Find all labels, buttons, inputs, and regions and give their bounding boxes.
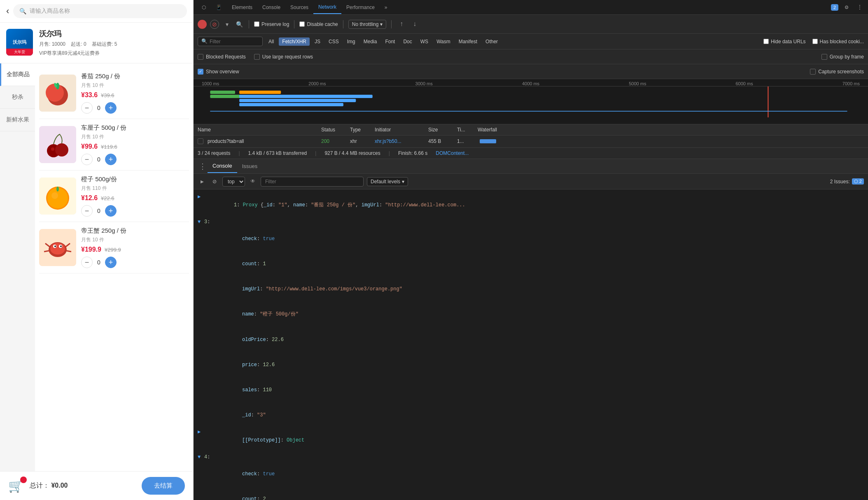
search-button[interactable]: 🔍	[235, 20, 244, 29]
preserve-log-checkbox[interactable]	[254, 21, 259, 27]
product-controls-orange: − 0 +	[81, 205, 189, 217]
filter-tag-all[interactable]: All	[265, 37, 277, 46]
product-image-crab	[39, 229, 76, 266]
levels-select[interactable]: Default levels ▾	[367, 177, 408, 186]
tab-performance[interactable]: Performance	[341, 1, 380, 14]
qty-decrease-crab[interactable]: −	[81, 257, 93, 268]
capture-screenshots-label[interactable]: Capture screenshots	[810, 69, 864, 75]
more-options-icon[interactable]: ⋮	[855, 2, 865, 12]
collapse-arrow-4[interactable]: ▼	[198, 453, 203, 461]
qty-increase-cherry[interactable]: +	[105, 154, 117, 165]
expand-arrow-1[interactable]: ▶	[198, 193, 203, 218]
filter-tag-fetch[interactable]: Fetch/XHR	[279, 37, 310, 46]
timeline-svg	[194, 86, 868, 117]
capture-screenshots-checkbox[interactable]	[810, 69, 816, 75]
has-blocked-cookies-label[interactable]: Has blocked cooki...	[812, 39, 864, 44]
filter-tag-font[interactable]: Font	[382, 37, 398, 46]
record-button[interactable]	[198, 20, 207, 29]
blocked-requests-checkbox[interactable]	[198, 54, 203, 60]
filter-icon: 🔍	[201, 38, 208, 44]
td-name: products?tab=all	[198, 138, 321, 144]
back-button[interactable]: ‹	[6, 6, 9, 16]
console-line-4-header: ▼ 4:	[198, 453, 864, 461]
filter-tag-ws[interactable]: WS	[417, 37, 432, 46]
blocked-requests-label[interactable]: Blocked Requests	[198, 54, 246, 60]
tab-console-label: Console	[262, 5, 280, 10]
filter-tag-manifest[interactable]: Manifest	[455, 37, 481, 46]
disable-cache-checkbox[interactable]	[299, 21, 305, 27]
tab-device[interactable]: 📱	[211, 1, 227, 14]
checkout-button[interactable]: 去结算	[142, 477, 185, 495]
clear-icon[interactable]: ⊘	[210, 177, 219, 186]
expand-proto[interactable]: ▶	[198, 428, 203, 453]
category-flash[interactable]: 秒杀	[0, 86, 35, 109]
svg-point-7	[55, 143, 68, 157]
tab-network[interactable]: Network	[313, 1, 341, 14]
table-row[interactable]: products?tab=all 200 xhr xhr.js?b50... 4…	[194, 136, 868, 147]
hide-data-urls-label[interactable]: Hide data URLs	[763, 39, 806, 44]
disable-cache-label[interactable]: Disable cache	[299, 21, 338, 27]
th-status: Status	[321, 127, 350, 133]
console-filter-input[interactable]	[261, 177, 364, 187]
console-tab-console[interactable]: Console	[208, 159, 237, 173]
filter-tag-js[interactable]: JS	[311, 37, 324, 46]
settings-icon[interactable]: ⚙	[842, 2, 852, 12]
product-name-crab: 帝王蟹 250g / 份	[81, 227, 189, 235]
tab-console[interactable]: Console	[257, 1, 285, 14]
tab-sources[interactable]: Sources	[285, 1, 313, 14]
qty-decrease-tomato[interactable]: −	[81, 102, 93, 114]
price-current-tomato: ¥33.6	[81, 91, 98, 99]
svg-rect-26	[210, 95, 243, 98]
tab-more[interactable]: »	[380, 1, 392, 14]
tab-elements[interactable]: Elements	[227, 1, 257, 14]
product-info-tomato: 番茄 250g / 份 月售 10 件 ¥33.6 ¥39.6 − 0 +	[81, 72, 189, 114]
context-select[interactable]: top	[222, 177, 245, 187]
tab-pointer[interactable]: ⬡	[197, 1, 211, 14]
issues-badge[interactable]: 2	[831, 4, 838, 11]
use-large-rows-checkbox[interactable]	[254, 54, 260, 60]
throttle-select[interactable]: No throttling ▾	[348, 20, 387, 29]
preserve-log-label[interactable]: Preserve log	[254, 21, 289, 27]
disable-cache-text: Disable cache	[307, 21, 338, 27]
show-overview-checkbox[interactable]: ✓	[198, 69, 203, 75]
has-blocked-cookies-checkbox[interactable]	[812, 39, 818, 44]
tab-sources-label: Sources	[290, 5, 308, 10]
qty-decrease-orange[interactable]: −	[81, 205, 93, 217]
group-by-frame-label[interactable]: Group by frame	[821, 54, 864, 60]
min-order: 起送: 0	[71, 41, 86, 47]
hide-data-urls-checkbox[interactable]	[763, 39, 769, 44]
filter-button[interactable]: ▾	[222, 20, 231, 29]
use-large-rows-label[interactable]: Use large request rows	[254, 54, 313, 60]
issues-label: 2 Issues:	[830, 179, 850, 185]
search-bar[interactable]: 🔍 请输入商品名称	[13, 4, 187, 18]
filter-tag-css[interactable]: CSS	[325, 37, 342, 46]
import-icon[interactable]: ↑	[397, 19, 406, 29]
filter-tag-other[interactable]: Other	[482, 37, 501, 46]
filter-tag-media[interactable]: Media	[360, 37, 380, 46]
console-dots-icon[interactable]: ⋮	[198, 161, 208, 171]
category-fruit[interactable]: 新鲜水果	[0, 109, 35, 131]
filter-tag-doc[interactable]: Doc	[400, 37, 415, 46]
category-all[interactable]: 全部商品	[0, 63, 35, 86]
execute-icon[interactable]: ▶	[198, 177, 207, 186]
product-price-row-cherry: ¥99.6 ¥119.6	[81, 143, 189, 150]
filter-tag-img[interactable]: Img	[344, 37, 359, 46]
console-prop-name: name: "橙子 500g/份"	[198, 302, 864, 327]
cart-total-value: ¥0.00	[51, 482, 68, 489]
svg-point-16	[50, 243, 65, 255]
collapse-arrow-3[interactable]: ▼	[198, 218, 203, 226]
filter-input[interactable]	[210, 39, 259, 44]
stop-button[interactable]: ⊘	[210, 20, 219, 29]
th-initiator: Initiator	[375, 127, 428, 133]
show-overview-label[interactable]: ✓ Show overview	[198, 69, 239, 75]
export-icon[interactable]: ↓	[410, 19, 420, 29]
group-by-frame-checkbox[interactable]	[821, 54, 827, 60]
qty-increase-orange[interactable]: +	[105, 205, 117, 217]
row-checkbox[interactable]	[198, 138, 203, 144]
filter-tag-wasm[interactable]: Wasm	[433, 37, 454, 46]
console-tab-issues[interactable]: Issues	[237, 160, 263, 173]
eye-icon[interactable]: 👁	[248, 177, 257, 186]
qty-increase-crab[interactable]: +	[105, 257, 117, 268]
qty-decrease-cherry[interactable]: −	[81, 154, 93, 165]
qty-increase-tomato[interactable]: +	[105, 102, 117, 114]
